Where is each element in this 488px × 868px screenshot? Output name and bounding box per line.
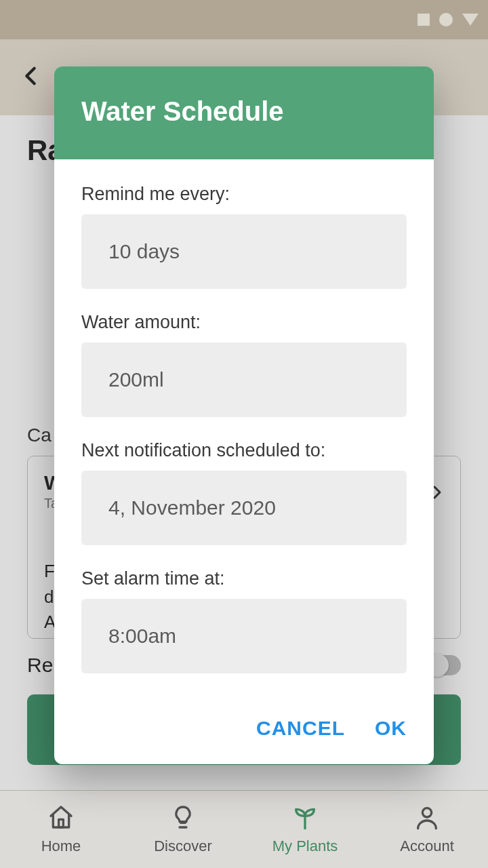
next-date-input[interactable]: 4, November 2020	[81, 471, 407, 545]
ok-button[interactable]: OK	[375, 717, 407, 740]
amount-input[interactable]: 200ml	[81, 342, 407, 417]
cancel-button[interactable]: CANCEL	[256, 717, 345, 740]
field-next-label: Next notification scheduled to:	[81, 440, 407, 461]
remind-input[interactable]: 10 days	[81, 214, 407, 289]
water-schedule-dialog: Water Schedule Remind me every: 10 days …	[54, 66, 434, 764]
field-remind: Remind me every: 10 days	[81, 184, 407, 289]
alarm-time-input[interactable]: 8:00am	[81, 599, 407, 673]
field-alarm: Set alarm time at: 8:00am	[81, 568, 407, 673]
dialog-actions: CANCEL OK	[54, 703, 434, 764]
dialog-body: Remind me every: 10 days Water amount: 2…	[54, 159, 434, 703]
field-alarm-label: Set alarm time at:	[81, 568, 407, 589]
dialog-title: Water Schedule	[81, 96, 407, 127]
field-amount-label: Water amount:	[81, 312, 407, 333]
dialog-header: Water Schedule	[54, 66, 434, 159]
field-next: Next notification scheduled to: 4, Novem…	[81, 440, 407, 545]
field-remind-label: Remind me every:	[81, 184, 407, 205]
field-amount: Water amount: 200ml	[81, 312, 407, 417]
